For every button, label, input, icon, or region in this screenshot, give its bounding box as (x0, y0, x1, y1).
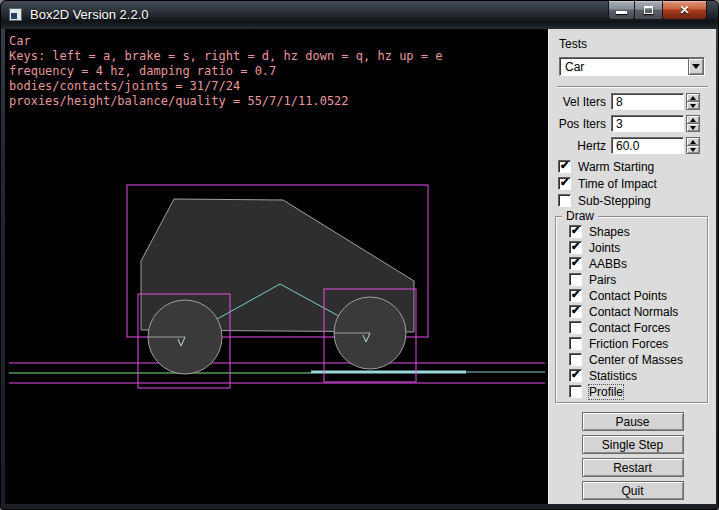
checkbox-label: Warm Starting (578, 160, 654, 174)
minimize-button[interactable] (608, 1, 635, 20)
quit-button[interactable]: Quit (582, 481, 684, 500)
checkbox-icon (569, 369, 582, 382)
checkbox-icon (569, 337, 582, 350)
checkbox-label: Joints (589, 241, 620, 255)
info-line-bodies: bodies/contacts/joints = 31/7/24 (9, 79, 240, 93)
checkbox-icon (569, 305, 582, 318)
arrow-up-icon (690, 96, 696, 100)
hertz-down-button[interactable] (686, 146, 700, 154)
checkbox-icon (569, 225, 582, 238)
checkbox-icon (558, 194, 571, 207)
maximize-icon (644, 6, 653, 14)
app-window: Box2D Version 2.2.0 ✕ (0, 0, 719, 510)
checkbox-profile[interactable]: Profile (569, 385, 707, 398)
tests-dropdown[interactable]: Car (559, 57, 705, 76)
hertz-input[interactable]: 60.0 (611, 137, 684, 154)
pos-iters-down-button[interactable] (686, 124, 700, 132)
arrow-down-icon (690, 126, 696, 130)
checkbox-icon (569, 353, 582, 366)
window-title: Box2D Version 2.2.0 (30, 7, 149, 22)
arrow-down-icon (690, 104, 696, 108)
close-icon: ✕ (679, 4, 689, 16)
checkbox-label: Profile (589, 385, 623, 399)
checkbox-aabbs[interactable]: AABBs (569, 257, 707, 270)
tests-label: Tests (559, 37, 716, 51)
pos-iters-row: Pos Iters 3 (549, 115, 716, 132)
draw-group-title: Draw (562, 209, 598, 223)
checkbox-joints[interactable]: Joints (569, 241, 707, 254)
tests-dropdown-button[interactable] (688, 58, 704, 75)
pos-iters-input[interactable]: 3 (611, 115, 684, 132)
info-line-proxies: proxies/height/balance/quality = 55/7/1/… (9, 94, 349, 108)
titlebar[interactable]: Box2D Version 2.2.0 ✕ (1, 1, 718, 29)
checkbox-time-of-impact[interactable]: Time of Impact (558, 177, 716, 190)
checkbox-label: Contact Normals (589, 305, 678, 319)
arrow-up-icon (690, 118, 696, 122)
pos-iters-stepper (686, 115, 700, 132)
checkbox-icon (569, 257, 582, 270)
single-step-button[interactable]: Single Step (582, 435, 684, 454)
arrow-down-icon (690, 148, 696, 152)
separator (557, 86, 708, 88)
checkbox-icon (558, 177, 571, 190)
window-body: Car Keys: left = a, brake = s, right = d… (5, 29, 716, 504)
chevron-down-icon (692, 64, 700, 69)
checkbox-shapes[interactable]: Shapes (569, 225, 707, 238)
checkbox-label: Center of Masses (589, 353, 683, 367)
pause-button[interactable]: Pause (582, 412, 684, 431)
checkbox-icon (569, 321, 582, 334)
simulation-canvas[interactable]: Car Keys: left = a, brake = s, right = d… (5, 29, 548, 504)
caption-buttons: ✕ (608, 1, 707, 20)
checkbox-icon (569, 385, 582, 398)
hertz-row: Hertz 60.0 (549, 137, 716, 154)
pos-iters-label: Pos Iters (559, 117, 606, 131)
minimize-icon (616, 11, 627, 14)
checkbox-statistics[interactable]: Statistics (569, 369, 707, 382)
hertz-label: Hertz (577, 139, 606, 153)
arrow-up-icon (690, 140, 696, 144)
checkbox-icon (558, 160, 571, 173)
checkbox-friction-forces[interactable]: Friction Forces (569, 337, 707, 350)
tests-dropdown-value: Car (560, 58, 688, 75)
pos-iters-up-button[interactable] (686, 115, 700, 124)
checkbox-sub-stepping[interactable]: Sub-Stepping (558, 194, 716, 207)
button-stack: Pause Single Step Restart Quit (549, 412, 716, 504)
checkbox-contact-points[interactable]: Contact Points (569, 289, 707, 302)
checkbox-label: Friction Forces (589, 337, 668, 351)
vel-iters-down-button[interactable] (686, 102, 700, 110)
app-icon (9, 8, 22, 21)
checkbox-label: Statistics (589, 369, 637, 383)
debug-info-text: Car Keys: left = a, brake = s, right = d… (9, 34, 442, 109)
vel-iters-row: Vel Iters 8 (549, 93, 716, 110)
maximize-button[interactable] (635, 1, 662, 20)
close-button[interactable]: ✕ (662, 1, 707, 20)
draw-group: Draw Shapes Joints AABBs Pairs (555, 216, 708, 403)
checkbox-label: Pairs (589, 273, 616, 287)
checkbox-label: Contact Points (589, 289, 667, 303)
checkbox-contact-normals[interactable]: Contact Normals (569, 305, 707, 318)
restart-button[interactable]: Restart (582, 458, 684, 477)
vel-iters-up-button[interactable] (686, 93, 700, 102)
checkbox-label: AABBs (589, 257, 627, 271)
checkbox-label: Contact Forces (589, 321, 670, 335)
checkbox-icon (569, 289, 582, 302)
info-line-test-name: Car (9, 34, 31, 48)
hertz-up-button[interactable] (686, 137, 700, 146)
info-line-keys: Keys: left = a, brake = s, right = d, hz… (9, 49, 442, 63)
checkbox-icon (569, 241, 582, 254)
checkbox-label: Sub-Stepping (578, 194, 651, 208)
checkbox-warm-starting[interactable]: Warm Starting (558, 160, 716, 173)
vel-iters-stepper (686, 93, 700, 110)
checkbox-icon (569, 273, 582, 286)
checkbox-contact-forces[interactable]: Contact Forces (569, 321, 707, 334)
vel-iters-input[interactable]: 8 (611, 93, 684, 110)
vel-iters-label: Vel Iters (563, 95, 606, 109)
info-line-frequency: frequency = 4 hz, damping ratio = 0.7 (9, 64, 276, 78)
checkbox-pairs[interactable]: Pairs (569, 273, 707, 286)
control-panel: Tests Car Vel Iters 8 Pos Iters 3 (548, 29, 716, 504)
checkbox-label: Time of Impact (578, 177, 657, 191)
hertz-stepper (686, 137, 700, 154)
checkbox-label: Shapes (589, 225, 630, 239)
checkbox-center-of-masses[interactable]: Center of Masses (569, 353, 707, 366)
